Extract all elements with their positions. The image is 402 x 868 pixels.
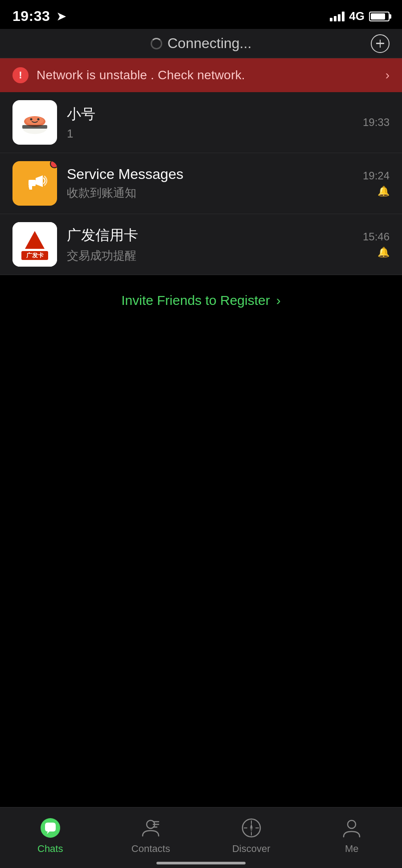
chat-info-service: Service Messages 收款到账通知 [67,166,353,201]
tab-me-label: Me [345,843,359,855]
notification-dot-service [50,161,57,168]
header-title-container: Connecting... [151,35,252,52]
header: Connecting... [0,29,402,58]
tab-bar: Chats Contacts [0,807,402,868]
profile-icon [341,817,362,839]
chat-name-xiaohao: 小号 [67,105,353,124]
network-warning-banner[interactable]: ! Network is unstable . Check network. › [0,58,402,92]
empty-area [0,326,402,726]
signal-icon [330,12,345,21]
chat-meta-service: 19:24 🔔 [363,170,390,197]
invite-friends-banner[interactable]: Invite Friends to Register › [0,275,402,326]
mute-icon-service: 🔔 [377,186,390,197]
header-title: Connecting... [168,35,252,52]
sushi-icon [17,105,53,140]
avatar-service-messages [12,161,57,206]
tab-chats[interactable]: Chats [0,816,101,855]
me-tab-icon [340,816,363,840]
svg-text:广发卡: 广发卡 [26,252,44,259]
status-icons: 4G [330,9,390,23]
chat-meta-xiaohao: 19:33 [363,116,390,129]
network-type: 4G [349,9,365,23]
svg-point-3 [26,117,44,125]
contacts-tab-icon [139,816,162,840]
invite-text: Invite Friends to Register [121,293,270,308]
mute-icon-guangfa: 🔔 [377,247,390,258]
svg-rect-9 [29,180,36,186]
chat-item-service-messages[interactable]: Service Messages 收款到账通知 19:24 🔔 [0,153,402,214]
chat-item-xiaohao[interactable]: 小号 1 19:33 [0,92,402,153]
tab-me[interactable]: Me [302,816,402,855]
location-arrow-icon: ➤ [56,9,66,24]
warning-icon: ! [12,67,29,83]
battery-icon [369,12,390,21]
tab-contacts[interactable]: Contacts [101,816,201,855]
home-indicator [156,862,246,864]
svg-point-6 [37,118,40,121]
tab-discover-label: Discover [232,843,271,855]
warning-chevron-icon: › [386,68,390,82]
svg-point-5 [30,118,33,121]
chat-bubble-icon [39,816,62,840]
status-time: 19:33 [12,8,50,24]
svg-rect-4 [22,125,47,129]
chat-info-xiaohao: 小号 1 [67,105,353,141]
guangfa-logo-icon: 广发卡 [12,222,57,267]
svg-point-27 [348,820,356,828]
chat-time-guangfa: 15:46 [363,231,390,243]
discover-tab-icon [240,816,263,840]
avatar-xiaohao [12,100,57,145]
invite-chevron-icon: › [276,293,281,308]
compass-icon [241,817,262,839]
chat-meta-guangfa: 15:46 🔔 [363,231,390,258]
chat-preview-guangfa: 交易成功提醒 [67,248,353,264]
contacts-icon [140,817,161,839]
chat-info-guangfa: 广发信用卡 交易成功提醒 [67,226,353,264]
chat-time-xiaohao: 19:33 [363,116,390,129]
chat-name-service: Service Messages [67,166,353,183]
chat-time-service: 19:24 [363,170,390,182]
tab-contacts-label: Contacts [131,843,170,855]
add-chat-button[interactable] [371,34,390,53]
tab-chats-label: Chats [37,843,63,855]
avatar-guangfa: 广发卡 [12,222,57,267]
chat-name-guangfa: 广发信用卡 [67,226,353,245]
chat-preview-xiaohao: 1 [67,127,353,141]
megaphone-icon [21,170,48,197]
chats-tab-icon [39,816,62,840]
chat-item-guangfa[interactable]: 广发卡 广发信用卡 交易成功提醒 15:46 🔔 [0,214,402,275]
chat-list: 小号 1 19:33 Service Messages 收款到账通知 [0,92,402,275]
status-bar: 19:33 ➤ 4G [0,0,402,29]
chat-preview-service: 收款到账通知 [67,185,353,201]
tab-discover[interactable]: Discover [201,816,302,855]
warning-text: Network is unstable . Check network. [37,68,377,82]
connecting-spinner-icon [151,38,162,49]
